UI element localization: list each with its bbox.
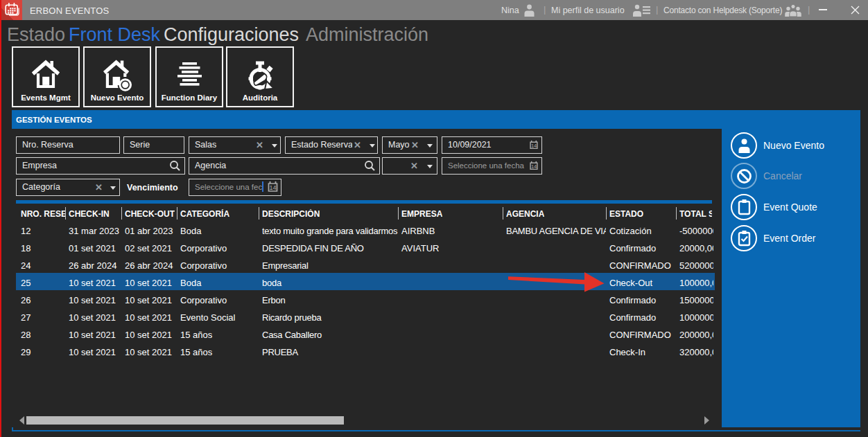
svg-text:14: 14 [531,143,537,149]
svg-text:14: 14 [269,184,276,191]
svg-text:14: 14 [531,163,537,170]
